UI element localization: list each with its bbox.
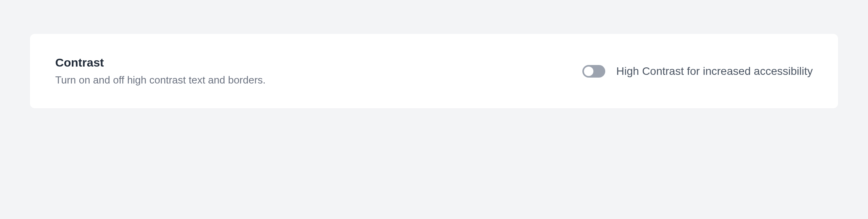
toggle-label: High Contrast for increased accessibilit… bbox=[616, 65, 813, 78]
settings-title: Contrast bbox=[55, 56, 582, 69]
settings-info: Contrast Turn on and off high contrast t… bbox=[55, 56, 582, 86]
high-contrast-toggle[interactable] bbox=[582, 65, 605, 78]
contrast-settings-card: Contrast Turn on and off high contrast t… bbox=[30, 34, 838, 108]
toggle-knob bbox=[584, 67, 593, 76]
settings-control: High Contrast for increased accessibilit… bbox=[582, 65, 813, 78]
settings-description: Turn on and off high contrast text and b… bbox=[55, 74, 582, 86]
